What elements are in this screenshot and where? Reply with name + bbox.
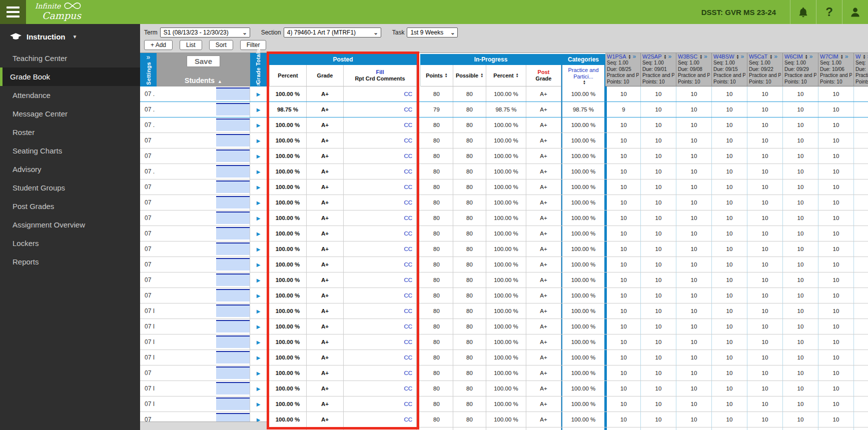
expand-assignment-icon[interactable]: » [632, 54, 636, 60]
assignment-link[interactable]: W2SAP [642, 54, 662, 60]
score-cell[interactable]: 10 [747, 350, 783, 365]
sidebar-item-message-center[interactable]: Message Center [0, 104, 140, 123]
score-cell[interactable]: 10 [712, 334, 747, 350]
cc-comment-link[interactable]: CC [404, 386, 412, 392]
score-cell[interactable]: 10 [747, 102, 783, 117]
score-cell[interactable]: 10 [641, 396, 676, 412]
score-cell[interactable]: 10 [712, 272, 747, 288]
score-cell[interactable]: 10 [605, 133, 641, 148]
score-cell[interactable]: 10 [641, 86, 676, 102]
assignment-link[interactable]: W4BSW [713, 54, 734, 60]
score-cell[interactable]: 10 [747, 366, 783, 380]
sort-icon[interactable]: ▲▼ [840, 54, 843, 60]
sidebar-item-attendance[interactable]: Attendance [0, 86, 140, 104]
cc-comment-link[interactable]: CC [404, 138, 412, 144]
score-cell[interactable]: 10 [676, 257, 712, 272]
student-cell[interactable]: 07 . [140, 164, 250, 179]
assignment-link[interactable]: W1PSA [607, 54, 626, 60]
score-cell[interactable]: 10 [605, 412, 641, 427]
score-cell[interactable]: 10 [818, 304, 854, 318]
sort-icon[interactable]: ▲▼ [736, 54, 739, 60]
score-cell[interactable]: 10 [818, 118, 854, 132]
expand-row-button[interactable]: ▶ [250, 102, 267, 117]
score-cell[interactable]: 10 [783, 86, 818, 102]
score-cell[interactable]: 10 [712, 210, 747, 226]
score-cell[interactable]: 10 [747, 272, 783, 288]
sort-icon[interactable]: ▲▼ [628, 54, 631, 60]
score-cell[interactable]: 10 [605, 148, 641, 164]
sort-button[interactable]: Sort [209, 40, 233, 50]
score-cell[interactable]: 10 [747, 381, 783, 396]
cc-comment-link[interactable]: CC [404, 230, 412, 236]
cc-comment-link[interactable]: CC [404, 324, 412, 330]
score-cell[interactable]: 10 [712, 118, 747, 132]
grade-totals-band[interactable]: Grade Totals « [250, 53, 267, 86]
student-cell[interactable]: 07 [140, 180, 250, 194]
score-cell[interactable]: 10 [818, 148, 854, 164]
sort-icon[interactable]: ▲▼ [862, 54, 865, 60]
assignment-link[interactable]: W7CIM [820, 54, 838, 60]
student-cell[interactable]: 07 I [140, 396, 250, 412]
score-cell[interactable]: 10 [712, 226, 747, 241]
score-cell[interactable]: 10 [641, 288, 676, 303]
student-cell[interactable]: 07 . [140, 86, 250, 102]
points-column-header[interactable]: Points▲▼ [420, 65, 453, 86]
score-cell[interactable]: 10 [676, 180, 712, 194]
cc-comment-link[interactable]: CC [404, 153, 412, 159]
score-cell[interactable]: 10 [854, 102, 868, 117]
score-cell[interactable]: 10 [783, 257, 818, 272]
score-cell[interactable]: 10 [818, 350, 854, 365]
student-cell[interactable]: 07 [140, 148, 250, 164]
score-cell[interactable]: 10 [676, 210, 712, 226]
score-cell[interactable]: 10 [818, 366, 854, 380]
score-cell[interactable]: 10 [605, 242, 641, 256]
score-cell[interactable]: 10 [747, 242, 783, 256]
assignment-link[interactable]: W [855, 54, 860, 60]
score-cell[interactable]: 10 [854, 242, 868, 256]
score-cell[interactable]: 10 [854, 288, 868, 303]
score-cell[interactable]: 10 [747, 210, 783, 226]
score-cell[interactable]: 10 [818, 86, 854, 102]
score-cell[interactable]: 10 [605, 428, 641, 430]
score-cell[interactable]: 10 [641, 304, 676, 318]
score-cell[interactable]: 10 [818, 180, 854, 194]
score-cell[interactable]: 10 [854, 428, 868, 430]
score-cell[interactable]: 10 [676, 396, 712, 412]
list-button[interactable]: List [180, 40, 202, 50]
expand-row-button[interactable]: ▶ [250, 304, 267, 318]
expand-row-button[interactable]: ▶ [250, 396, 267, 412]
score-cell[interactable]: 10 [605, 86, 641, 102]
score-cell[interactable]: 10 [605, 288, 641, 303]
score-cell[interactable]: 10 [641, 412, 676, 427]
sort-icon[interactable]: ▲▼ [516, 73, 519, 78]
score-cell[interactable]: 10 [783, 210, 818, 226]
score-cell[interactable]: 10 [854, 226, 868, 241]
score-cell[interactable]: 10 [676, 428, 712, 430]
expand-row-button[interactable]: ▶ [250, 164, 267, 179]
score-cell[interactable]: 10 [712, 412, 747, 427]
cc-comment-link[interactable]: CC [404, 246, 412, 252]
score-cell[interactable]: 10 [605, 210, 641, 226]
score-cell[interactable]: 10 [747, 257, 783, 272]
score-cell[interactable]: 10 [641, 366, 676, 380]
score-cell[interactable]: 10 [747, 226, 783, 241]
score-cell[interactable]: 10 [676, 334, 712, 350]
expand-assignment-icon[interactable]: » [741, 54, 744, 60]
score-cell[interactable]: 10 [783, 133, 818, 148]
score-cell[interactable]: 10 [783, 148, 818, 164]
score-cell[interactable]: 10 [818, 210, 854, 226]
cc-comment-link[interactable]: CC [404, 292, 412, 298]
student-cell[interactable]: 07 [140, 226, 250, 241]
expand-row-button[interactable]: ▶ [250, 195, 267, 210]
score-cell[interactable]: 10 [641, 164, 676, 179]
expand-row-button[interactable]: ▶ [250, 210, 267, 226]
expand-assignment-icon[interactable]: » [704, 54, 707, 60]
sidebar-item-student-groups[interactable]: Student Groups [0, 178, 140, 197]
score-cell[interactable]: 10 [854, 304, 868, 318]
sidebar-item-advisory[interactable]: Advisory [0, 160, 140, 178]
score-cell[interactable]: 10 [641, 133, 676, 148]
expand-row-button[interactable]: ▶ [250, 272, 267, 288]
sort-icon[interactable]: ▲▼ [699, 54, 702, 60]
cc-comment-link[interactable]: CC [404, 401, 412, 407]
settings-expander-band[interactable]: » Settings [140, 53, 157, 86]
